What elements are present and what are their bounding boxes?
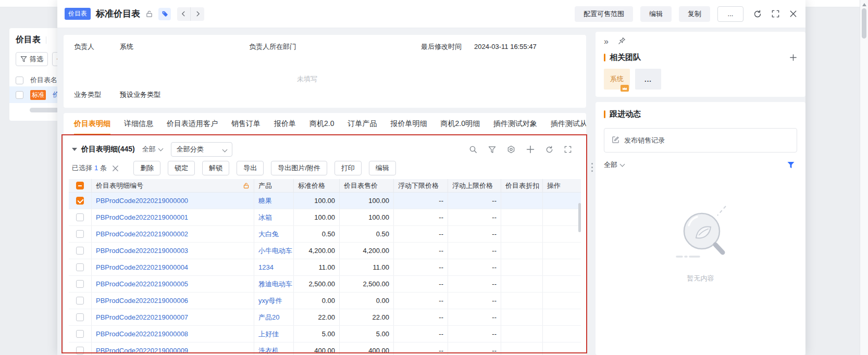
row-checkbox[interactable] <box>76 247 84 255</box>
more-actions-button[interactable]: ... <box>717 6 743 22</box>
prev-record-button[interactable] <box>177 7 191 21</box>
chevron-down-icon <box>158 146 163 151</box>
cell-upper-limit: -- <box>448 226 501 242</box>
cell-standard-price: 100.00 <box>294 193 340 209</box>
team-more-button[interactable]: ... <box>635 69 661 90</box>
select-all-checkbox[interactable] <box>76 182 84 189</box>
search-icon[interactable] <box>469 145 477 154</box>
row-checkbox[interactable] <box>76 297 84 305</box>
row-checkbox[interactable] <box>76 213 84 221</box>
edit-button[interactable]: 编辑 <box>640 6 672 22</box>
tab-applicable-customers[interactable]: 价目表适用客户 <box>167 113 218 135</box>
settings-icon[interactable] <box>507 145 515 154</box>
pin-icon[interactable] <box>618 37 626 46</box>
product-link[interactable]: 产品20 <box>258 313 279 322</box>
product-link[interactable]: 冰箱 <box>258 213 272 222</box>
row-checkbox[interactable] <box>76 263 84 271</box>
print-button[interactable]: 打印 <box>334 161 362 175</box>
fullscreen-icon[interactable] <box>772 10 779 18</box>
tab-sales-orders[interactable]: 销售订单 <box>231 113 261 135</box>
page-scrollbar[interactable] <box>860 0 868 355</box>
collapse-panel-icon[interactable]: » <box>604 37 609 46</box>
code-link[interactable]: PBProdCode20220219000000 <box>96 197 188 205</box>
code-link[interactable]: PBProdCode20220219000004 <box>96 263 188 271</box>
tab-opportunity-2[interactable]: 商机2.0 <box>309 113 334 135</box>
row-checkbox[interactable] <box>76 280 84 288</box>
publish-sales-record-button[interactable]: 发布销售记录 <box>604 128 797 153</box>
code-link[interactable]: PBProdCode20220219000002 <box>96 230 188 238</box>
product-link[interactable]: 大白兔 <box>258 230 279 239</box>
refresh-icon[interactable] <box>545 146 553 154</box>
product-link[interactable]: 上好佳 <box>258 329 279 339</box>
edit-button[interactable]: 编辑 <box>369 161 396 175</box>
product-link[interactable]: 洗衣机 <box>258 346 279 355</box>
divider <box>46 36 46 44</box>
tab-price-list-lines[interactable]: 价目表明细 <box>74 113 110 135</box>
feed-filter-icon[interactable] <box>787 161 795 169</box>
add-icon[interactable] <box>526 145 535 154</box>
cell-list-price: 4,200.00 <box>340 243 394 259</box>
scope-dropdown[interactable]: 全部 <box>142 145 163 154</box>
product-link[interactable]: 1234 <box>258 263 274 271</box>
code-link[interactable]: PBProdCode20220219000009 <box>96 347 188 354</box>
code-link[interactable]: PBProdCode20220219000003 <box>96 247 188 255</box>
row-checkbox[interactable] <box>76 347 84 354</box>
refresh-icon[interactable] <box>753 10 762 18</box>
configure-sale-range-button[interactable]: 配置可售范围 <box>575 6 633 22</box>
filter-icon[interactable] <box>488 146 496 154</box>
bg-row-checkbox[interactable] <box>16 91 23 99</box>
panel-resize-handle[interactable] <box>591 163 593 172</box>
cell-code: PBProdCode20220219000000 <box>92 193 254 209</box>
product-link[interactable]: 糖果 <box>258 196 272 206</box>
row-checkbox[interactable] <box>76 197 84 205</box>
next-record-button[interactable] <box>191 7 204 21</box>
row-checkbox[interactable] <box>76 330 84 338</box>
unlock-button[interactable]: 解锁 <box>202 161 229 175</box>
tab-quote-lines[interactable]: 报价单明细 <box>390 113 427 135</box>
export-button[interactable]: 导出 <box>237 161 264 175</box>
category-select[interactable]: 全部分类 <box>171 142 232 157</box>
tab-plugin-test-sub-object[interactable]: 插件测试从对象 <box>551 113 586 135</box>
product-link[interactable]: yxy母件 <box>258 296 282 306</box>
tag-icon[interactable] <box>158 8 171 20</box>
delete-button[interactable]: 删除 <box>133 161 160 175</box>
copy-button[interactable]: 复制 <box>679 6 710 22</box>
cell-standard-price: 100.00 <box>294 209 340 225</box>
row-checkbox[interactable] <box>76 230 84 238</box>
cell-list-price: 400.00 <box>340 343 394 355</box>
cell-discount <box>501 193 543 209</box>
add-team-member-icon[interactable] <box>789 54 797 61</box>
tab-plugin-test-object[interactable]: 插件测试对象 <box>493 113 537 135</box>
team-member-avatar[interactable]: 系统 <box>604 69 630 90</box>
code-link[interactable]: PBProdCode20220219000008 <box>96 330 188 338</box>
cell-list-price: 22.00 <box>340 309 394 325</box>
tab-order-products[interactable]: 订单产品 <box>348 113 377 135</box>
bg-filter-button[interactable]: 筛选 <box>16 52 48 66</box>
code-link[interactable]: PBProdCode20220219000001 <box>96 213 188 221</box>
clear-selection-icon[interactable] <box>112 165 119 172</box>
cell-code: PBProdCode20220219000009 <box>92 343 254 355</box>
scrollbar-thumb[interactable] <box>862 8 866 39</box>
table-row: PBProdCode20220219000005雅迪电动车2,500.002,5… <box>69 276 581 293</box>
tab-detail-info[interactable]: 详细信息 <box>124 113 153 135</box>
row-checkbox[interactable] <box>76 313 84 321</box>
close-icon[interactable] <box>789 10 797 18</box>
code-link[interactable]: PBProdCode20220219000005 <box>96 280 188 288</box>
fullscreen-icon[interactable] <box>564 146 572 153</box>
code-link[interactable]: PBProdCode20220219000006 <box>96 297 188 305</box>
product-link[interactable]: 雅迪电动车 <box>258 280 292 289</box>
feed-scope-dropdown[interactable]: 全部 <box>604 160 624 170</box>
export-images-button[interactable]: 导出图片/附件 <box>271 161 327 175</box>
lock-button[interactable]: 锁定 <box>168 161 195 175</box>
product-link[interactable]: 小牛电动车 <box>258 246 292 256</box>
bg-header-checkbox[interactable] <box>16 77 23 84</box>
cell-list-price: 100.00 <box>340 209 394 225</box>
tab-quotes[interactable]: 报价单 <box>274 113 296 135</box>
table-vertical-scrollbar[interactable] <box>578 203 581 232</box>
code-link[interactable]: PBProdCode20220219000007 <box>96 313 188 321</box>
cell-actions <box>543 226 581 242</box>
collapse-caret-icon[interactable] <box>72 148 77 151</box>
tab-opportunity-2-lines[interactable]: 商机2.0明细 <box>440 113 479 135</box>
bg-row-badge: 标准 <box>30 90 46 100</box>
scrollbar-up-arrow-icon[interactable] <box>862 3 866 6</box>
